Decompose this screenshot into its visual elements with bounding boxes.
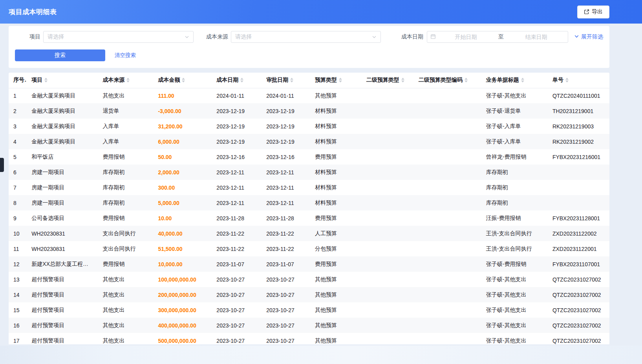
cell-project: 金融大厦采购项目 xyxy=(27,103,98,119)
drawer-handle[interactable] xyxy=(0,158,4,172)
column-header-sub_budget_code[interactable]: 二级预算类型编码 xyxy=(414,73,481,88)
cell-sub_budget_code xyxy=(414,119,481,134)
sort-icon[interactable] xyxy=(339,78,342,82)
cell-doc_title: 库存期初 xyxy=(481,195,548,210)
column-header-doc_no[interactable]: 单号 xyxy=(548,73,609,88)
cell-no: 10 xyxy=(9,226,27,241)
cell-approval_date: 2023-12-11 xyxy=(262,195,310,210)
cell-amount: 400,000,000.00 xyxy=(153,318,212,333)
filter-actions: 搜索 清空搜索 xyxy=(15,49,603,61)
page-title: 项目成本明细表 xyxy=(9,7,57,16)
cell-amount: 100,000,000.00 xyxy=(153,272,212,287)
cell-cost_date: 2023-11-28 xyxy=(212,210,262,226)
cell-source: 库存期初 xyxy=(98,180,153,195)
cell-sub_budget_type xyxy=(362,226,414,241)
cell-doc_no: QTZC20231027002 xyxy=(548,302,609,318)
column-header-amount[interactable]: 成本金额 xyxy=(153,73,212,88)
cell-source: 其他支出 xyxy=(98,272,153,287)
cell-doc_title: 王洪-支出合同执行 xyxy=(481,226,548,241)
cell-project: 超付预警项目 xyxy=(27,287,98,302)
cell-budget_type: 费用预算 xyxy=(310,256,362,272)
cell-sub_budget_code xyxy=(414,88,481,103)
column-header-doc_title[interactable]: 业务单据标题 xyxy=(481,73,548,88)
cell-project: 超付预警项目 xyxy=(27,272,98,287)
cost-source-select[interactable]: 请选择 xyxy=(231,31,381,43)
background-band xyxy=(0,346,642,364)
clear-search-link[interactable]: 清空搜索 xyxy=(115,52,136,59)
cell-sub_budget_type xyxy=(362,241,414,256)
sort-icon[interactable] xyxy=(182,78,185,82)
export-button[interactable]: 导出 xyxy=(577,5,609,18)
column-label: 成本金额 xyxy=(158,77,180,84)
cost-date-range-picker[interactable]: 至 xyxy=(427,31,568,43)
cell-no: 5 xyxy=(9,149,27,165)
cell-approval_date: 2023-12-11 xyxy=(262,165,310,180)
cell-sub_budget_type xyxy=(362,165,414,180)
sort-icon[interactable] xyxy=(521,78,524,82)
column-label: 业务单据标题 xyxy=(486,77,519,84)
sort-icon[interactable] xyxy=(240,78,243,82)
cell-no: 14 xyxy=(9,287,27,302)
cell-approval_date: 2023-10-27 xyxy=(262,287,310,302)
cell-doc_title: 张子硕-其他支出 xyxy=(481,272,548,287)
main-content: 项目 请选择 成本来源 请选择 成本日期 xyxy=(9,26,609,344)
cell-sub_budget_code xyxy=(414,210,481,226)
sort-icon[interactable] xyxy=(401,78,404,82)
cell-doc_title: 张子硕-其他支出 xyxy=(481,287,548,302)
export-button-label: 导出 xyxy=(592,8,603,15)
start-date-input[interactable] xyxy=(437,34,494,40)
filter-panel: 项目 请选择 成本来源 请选择 成本日期 xyxy=(9,26,609,68)
cost-table-card: 序号项目成本来源成本金额成本日期审批日期预算类型二级预算类型二级预算类型编码业务… xyxy=(9,73,609,344)
cell-project: 超付预警项目 xyxy=(27,302,98,318)
cell-amount: -3,000.00 xyxy=(153,103,212,119)
cell-doc_no xyxy=(548,165,609,180)
cell-cost_date: 2023-12-19 xyxy=(212,119,262,134)
column-header-project[interactable]: 项目 xyxy=(27,73,98,88)
cell-no: 7 xyxy=(9,180,27,195)
sort-icon[interactable] xyxy=(290,78,293,82)
table-row: 8房建一期项目库存期初5,000.002023-12-112023-12-11材… xyxy=(9,195,609,210)
column-header-sub_budget_type[interactable]: 二级预算类型 xyxy=(362,73,414,88)
column-label: 预算类型 xyxy=(315,77,337,84)
table-row: 16超付预警项目其他支出400,000,000.002023-10-272023… xyxy=(9,318,609,333)
cell-doc_title: 库存期初 xyxy=(481,165,548,180)
cell-doc_no: ZXD20231122001 xyxy=(548,241,609,256)
table-row: 15超付预警项目其他支出300,000,000.002023-10-272023… xyxy=(9,302,609,318)
cell-doc_title: 张子硕-其他支出 xyxy=(481,318,548,333)
cell-project: 和平饭店 xyxy=(27,149,98,165)
cell-amount: 500,000,000.00 xyxy=(153,333,212,344)
sort-icon[interactable] xyxy=(565,78,569,82)
sort-icon[interactable] xyxy=(465,78,468,82)
cell-budget_type: 其他预算 xyxy=(310,287,362,302)
sort-icon[interactable] xyxy=(126,78,130,82)
cell-sub_budget_type xyxy=(362,103,414,119)
cell-sub_budget_type xyxy=(362,119,414,134)
table-row: 17超付预警项目其他支出500,000,000.002023-10-272023… xyxy=(9,333,609,344)
cell-source: 其他支出 xyxy=(98,287,153,302)
cell-sub_budget_code xyxy=(414,149,481,165)
cell-no: 16 xyxy=(9,318,27,333)
cell-amount: 300,000,000.00 xyxy=(153,302,212,318)
export-icon xyxy=(584,9,589,15)
cell-approval_date: 2023-10-27 xyxy=(262,318,310,333)
column-header-source[interactable]: 成本来源 xyxy=(98,73,153,88)
cell-source: 其他支出 xyxy=(98,333,153,344)
cell-sub_budget_code xyxy=(414,226,481,241)
expand-filter-link[interactable]: 展开筛选 xyxy=(574,33,603,40)
column-header-no: 序号 xyxy=(9,73,27,88)
column-label: 成本日期 xyxy=(216,77,238,84)
column-header-cost_date[interactable]: 成本日期 xyxy=(212,73,262,88)
column-header-approval_date[interactable]: 审批日期 xyxy=(262,73,310,88)
end-date-input[interactable] xyxy=(508,34,565,40)
table-row: 1金融大厦采购项目其他支出111.002024-01-112024-01-11其… xyxy=(9,88,609,103)
cell-source: 库存期初 xyxy=(98,195,153,210)
cost-source-select-placeholder: 请选择 xyxy=(235,33,372,40)
cell-approval_date: 2023-10-27 xyxy=(262,272,310,287)
project-select[interactable]: 请选择 xyxy=(43,31,194,43)
sort-icon[interactable] xyxy=(44,78,48,82)
column-header-budget_type[interactable]: 预算类型 xyxy=(310,73,362,88)
search-button[interactable]: 搜索 xyxy=(15,49,105,61)
cell-cost_date: 2023-10-27 xyxy=(212,333,262,344)
cell-cost_date: 2023-11-07 xyxy=(212,256,262,272)
table-header: 序号项目成本来源成本金额成本日期审批日期预算类型二级预算类型二级预算类型编码业务… xyxy=(9,73,609,88)
